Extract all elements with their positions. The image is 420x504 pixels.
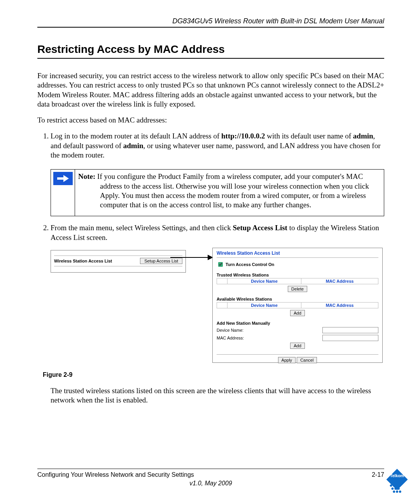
figure: Wireless Station Access List Setup Acces… — [51, 248, 384, 364]
turn-access-control-on[interactable]: Turn Access Control On — [217, 261, 378, 268]
svg-point-3 — [393, 485, 395, 487]
mini-panel: Wireless Station Access List Setup Acces… — [51, 250, 186, 273]
svg-text:Telkom: Telkom — [390, 473, 404, 478]
step1-user: admin — [353, 132, 373, 140]
mac-address-input[interactable] — [322, 335, 378, 341]
add-manual-button[interactable]: Add — [290, 343, 305, 349]
svg-rect-0 — [386, 469, 408, 490]
cancel-button[interactable]: Cancel — [297, 357, 317, 363]
col-mac-address-2: MAC Address — [301, 303, 378, 308]
telkom-logo-icon: Telkom — [382, 464, 412, 495]
svg-point-8 — [393, 490, 395, 493]
step2-pre: From the main menu, select Wireless Sett… — [51, 224, 233, 232]
setup-access-list-button[interactable]: Setup Access List — [140, 258, 182, 264]
mini-panel-label: Wireless Station Access List — [54, 259, 112, 263]
footer-section: Configuring Your Wireless Network and Se… — [37, 471, 194, 478]
page-title: Restricting Access by MAC Address — [37, 43, 384, 59]
col-device-name-2: Device Name — [228, 303, 301, 308]
device-name-input[interactable] — [322, 327, 378, 333]
mac-address-label: MAC Address: — [217, 336, 259, 340]
access-list-panel: Wireless Station Access List Turn Access… — [212, 248, 383, 363]
available-stations-heading: Available Wireless Stations — [217, 297, 378, 301]
access-control-label: Turn Access Control On — [226, 262, 274, 267]
svg-point-9 — [396, 490, 398, 493]
svg-point-6 — [394, 487, 397, 490]
note-box: Note: If you configure the Product Famil… — [51, 169, 384, 216]
step1-pass: admin — [123, 142, 144, 150]
note-text: Note: If you configure the Product Famil… — [75, 170, 384, 216]
device-name-label: Device Name: — [217, 328, 259, 332]
add-manually-heading: Add New Station Manually — [217, 321, 378, 326]
col-mac-address: MAC Address — [301, 278, 378, 284]
page-footer: Configuring Your Wireless Network and Se… — [37, 469, 384, 487]
svg-point-7 — [397, 487, 400, 490]
svg-point-10 — [399, 490, 401, 493]
footer-version: v1.0, May 2009 — [37, 480, 384, 487]
available-stations-table: Device Name MAC Address — [217, 302, 378, 308]
apply-button[interactable]: Apply — [278, 357, 296, 363]
svg-point-4 — [396, 485, 398, 487]
step2-bold: Setup Access List — [233, 224, 287, 232]
after-figure-paragraph: The trusted wireless stations listed on … — [51, 386, 384, 405]
note-body: If you configure the Product Family from… — [95, 172, 369, 209]
trusted-stations-table: Device Name MAC Address — [217, 278, 378, 284]
trusted-stations-heading: Trusted Wireless Stations — [217, 273, 378, 277]
delete-button[interactable]: Delete — [288, 286, 307, 292]
panel-title: Wireless Station Access List — [217, 250, 378, 256]
svg-point-5 — [391, 487, 394, 490]
note-label: Note: — [78, 172, 95, 180]
col-device-name: Device Name — [228, 278, 301, 284]
running-header: DG834GUv5 Wireless Router with Built-in … — [37, 17, 384, 28]
step1-url: http://10.0.0.2 — [221, 132, 265, 140]
svg-point-2 — [390, 485, 392, 487]
procedure-lead: To restrict access based on MAC addresse… — [37, 116, 384, 124]
step1-mid1: with its default user name of — [265, 132, 353, 140]
step-1: Log in to the modem router at its defaul… — [51, 131, 384, 160]
arrow-right-icon — [53, 172, 73, 185]
step1-pre: Log in to the modem router at its defaul… — [51, 132, 221, 140]
callout-line — [170, 257, 209, 258]
figure-caption: Figure 2-9 — [43, 371, 384, 378]
add-available-button[interactable]: Add — [290, 310, 305, 316]
step-2: From the main menu, select Wireless Sett… — [51, 223, 384, 242]
intro-paragraph: For increased security, you can restrict… — [37, 71, 384, 109]
note-icon-cell — [51, 170, 75, 216]
access-control-checkbox[interactable] — [218, 262, 223, 267]
